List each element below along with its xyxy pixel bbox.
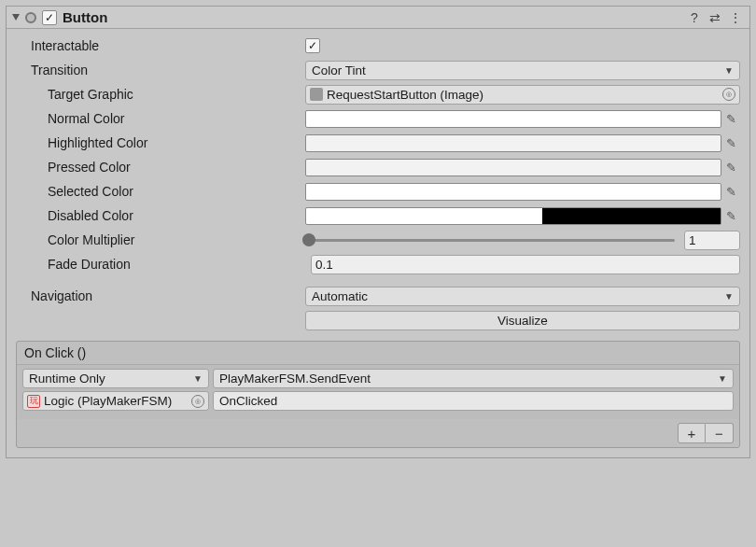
target-graphic-field[interactable]: RequestStartButton (Image) ◎ [305, 85, 740, 105]
pressed-color-field[interactable] [305, 159, 721, 176]
event-argument-value: OnClicked [219, 394, 277, 408]
interactable-label: Interactable [16, 38, 305, 53]
menu-icon[interactable]: ⋮ [727, 10, 744, 25]
eyedropper-icon[interactable]: ✎ [721, 112, 740, 126]
event-entry: Runtime Only ▼ PlayMakerFSM.SendEvent ▼ … [17, 365, 739, 419]
highlighted-color-field[interactable] [305, 134, 721, 152]
disabled-color-row: Disabled Color ✎ [16, 204, 740, 227]
target-graphic-row: Target Graphic RequestStartButton (Image… [16, 83, 740, 105]
visualize-button[interactable]: Visualize [305, 311, 740, 330]
target-graphic-value: RequestStartButton (Image) [327, 88, 719, 102]
component-header: Button ? ⇄ ⋮ [7, 7, 749, 29]
method-value: PlayMakerFSM.SendEvent [219, 372, 371, 386]
visualize-row: Visualize [16, 309, 740, 331]
eyedropper-icon[interactable]: ✎ [721, 161, 740, 175]
enable-checkbox[interactable] [42, 10, 57, 25]
onclick-event-box: On Click () Runtime Only ▼ PlayMakerFSM.… [16, 341, 740, 448]
chevron-down-icon: ▼ [193, 373, 203, 384]
fade-duration-row: Fade Duration 0.1 [16, 253, 740, 275]
slider-thumb[interactable] [302, 233, 315, 246]
foldout-toggle[interactable] [12, 14, 20, 21]
normal-color-field[interactable] [305, 110, 721, 128]
transition-row: Transition Color Tint ▼ [16, 59, 740, 81]
target-graphic-label: Target Graphic [16, 87, 305, 102]
component-icon [25, 12, 36, 23]
event-footer: + − [17, 419, 739, 447]
fade-duration-field[interactable]: 0.1 [311, 255, 740, 274]
disabled-color-label: Disabled Color [16, 208, 305, 223]
transition-dropdown[interactable]: Color Tint ▼ [305, 61, 740, 80]
transition-value: Color Tint [312, 63, 366, 77]
image-icon [310, 88, 323, 101]
eyedropper-icon[interactable]: ✎ [721, 185, 740, 199]
eyedropper-icon[interactable]: ✎ [721, 209, 740, 223]
event-target-value: Logic (PlayMakerFSM) [44, 394, 188, 408]
call-state-value: Runtime Only [29, 372, 105, 386]
event-target-field[interactable]: 玩 Logic (PlayMakerFSM) ◎ [22, 391, 209, 411]
highlighted-color-row: Highlighted Color ✎ [16, 132, 740, 154]
pressed-color-row: Pressed Color ✎ [16, 156, 740, 178]
component-body: Interactable Transition Color Tint ▼ Tar… [7, 29, 749, 457]
interactable-checkbox[interactable] [305, 38, 320, 53]
chevron-down-icon: ▼ [724, 291, 734, 302]
object-picker-icon[interactable]: ◎ [722, 88, 735, 101]
help-icon[interactable]: ? [686, 10, 703, 25]
event-argument-field[interactable]: OnClicked [213, 391, 734, 411]
color-multiplier-slider[interactable] [305, 239, 679, 242]
disabled-color-field[interactable] [305, 207, 721, 225]
playmaker-icon: 玩 [27, 395, 40, 408]
normal-color-row: Normal Color ✎ [16, 107, 740, 130]
event-title: On Click () [17, 342, 739, 365]
selected-color-field[interactable] [305, 183, 721, 201]
method-dropdown[interactable]: PlayMakerFSM.SendEvent ▼ [213, 369, 734, 388]
remove-event-button[interactable]: − [706, 423, 734, 443]
pressed-color-label: Pressed Color [16, 160, 305, 175]
button-component-panel: Button ? ⇄ ⋮ Interactable Transition Col… [6, 6, 750, 458]
navigation-dropdown[interactable]: Automatic ▼ [305, 287, 740, 306]
fade-duration-label: Fade Duration [16, 257, 305, 272]
navigation-label: Navigation [16, 288, 305, 303]
navigation-row: Navigation Automatic ▼ [16, 285, 740, 307]
color-multiplier-row: Color Multiplier 1 [16, 229, 740, 251]
interactable-row: Interactable [16, 35, 740, 57]
chevron-down-icon: ▼ [718, 373, 727, 384]
eyedropper-icon[interactable]: ✎ [721, 136, 740, 150]
preset-icon[interactable]: ⇄ [707, 10, 723, 25]
selected-color-label: Selected Color [16, 184, 305, 199]
selected-color-row: Selected Color ✎ [16, 180, 740, 203]
transition-label: Transition [16, 63, 305, 77]
highlighted-color-label: Highlighted Color [16, 135, 305, 150]
color-multiplier-value[interactable]: 1 [684, 231, 740, 250]
normal-color-label: Normal Color [16, 111, 305, 126]
object-picker-icon[interactable]: ◎ [191, 395, 204, 408]
add-event-button[interactable]: + [678, 423, 706, 443]
component-title: Button [63, 9, 682, 25]
chevron-down-icon: ▼ [724, 65, 734, 76]
color-multiplier-label: Color Multiplier [16, 232, 305, 247]
call-state-dropdown[interactable]: Runtime Only ▼ [22, 369, 209, 388]
navigation-value: Automatic [312, 289, 368, 303]
